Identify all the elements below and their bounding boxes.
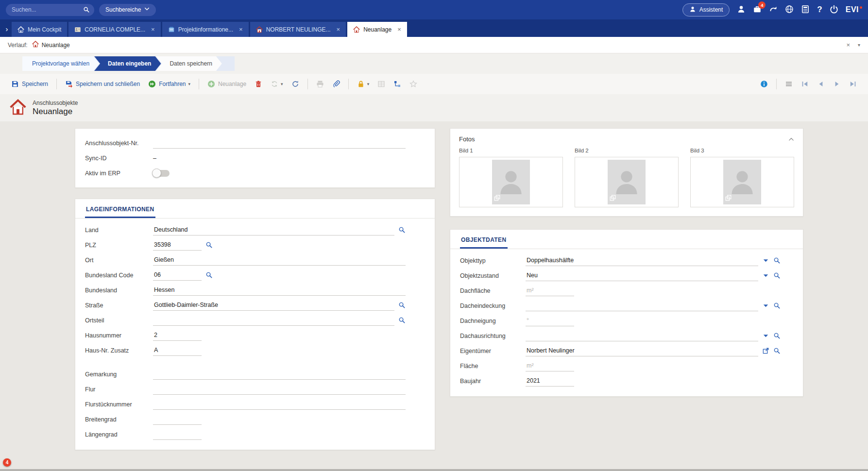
tab-neuanlage[interactable]: Neuanlage× — [347, 22, 407, 37]
sperren-button[interactable]: ▾ — [354, 78, 373, 90]
photo-upload-bild-3[interactable] — [690, 157, 794, 207]
close-panel-icon[interactable]: × — [846, 41, 850, 49]
notification-corner-badge[interactable]: 4 — [3, 458, 11, 467]
input-dachausrichtung[interactable] — [526, 331, 758, 341]
search-icon[interactable] — [773, 302, 781, 309]
power-button[interactable] — [830, 5, 838, 15]
toolbar-separator — [776, 79, 777, 89]
drucken-button[interactable] — [313, 78, 327, 90]
field-label: Baujahr — [460, 378, 526, 385]
change-image-icon[interactable] — [494, 195, 500, 202]
input-bundesland-code[interactable] — [153, 270, 202, 281]
dropdown-icon[interactable] — [762, 272, 769, 279]
search-icon[interactable] — [398, 317, 406, 324]
tabelle-button[interactable] — [374, 78, 389, 90]
input-objektzustand[interactable] — [526, 270, 758, 281]
input-gemarkung[interactable] — [153, 369, 406, 380]
input-baujahr[interactable] — [526, 376, 574, 387]
help-button[interactable]: ? — [817, 5, 822, 15]
dropdown-icon[interactable] — [762, 332, 769, 339]
change-image-icon[interactable] — [725, 195, 732, 202]
input-plz[interactable] — [153, 240, 202, 251]
menue-button[interactable] — [782, 78, 796, 90]
photo-upload-bild-2[interactable] — [575, 157, 679, 207]
input-anschlussobjekt-nr[interactable] — [153, 138, 406, 149]
photo-placeholder — [608, 160, 646, 204]
input-fläche[interactable] — [526, 361, 574, 371]
loeschen-button[interactable] — [251, 78, 266, 90]
input-ort[interactable] — [153, 255, 406, 266]
collapse-fotos-icon[interactable] — [788, 136, 794, 142]
history-item-neuanlage[interactable]: Neuanlage — [32, 41, 70, 49]
tab-mein-cockpit[interactable]: Mein Cockpit — [12, 22, 67, 37]
input-längengrad[interactable] — [153, 429, 202, 440]
expand-tabs-icon[interactable]: › — [2, 25, 12, 37]
input-haus-nr-zusatz[interactable] — [153, 345, 202, 356]
aktualisieren-button[interactable] — [288, 78, 303, 90]
input-straße[interactable] — [153, 300, 394, 311]
input-land[interactable] — [153, 225, 394, 236]
input-eigentümer[interactable] — [526, 346, 758, 356]
letzter-datensatz-button[interactable] — [846, 78, 860, 90]
neuanlage-button[interactable]: Neuanlage — [204, 78, 250, 90]
change-image-icon[interactable] — [610, 195, 616, 202]
info-button[interactable] — [757, 78, 771, 90]
external-icon[interactable] — [762, 347, 769, 354]
synchronisieren-button[interactable]: ▾ — [267, 78, 287, 90]
close-tab-icon[interactable]: × — [151, 26, 155, 33]
tab-projektinformatione[interactable]: Projektinformatione...× — [162, 22, 249, 37]
search-icon[interactable] — [773, 257, 781, 264]
vorheriger-datensatz-button[interactable] — [814, 78, 828, 90]
toggle-aktiv-im-erp[interactable] — [153, 170, 170, 177]
search-icon[interactable] — [773, 272, 781, 279]
search-areas-button[interactable]: Suchbereiche — [99, 4, 156, 16]
input-hausnummer[interactable] — [153, 330, 202, 341]
speichern-und-schliessen-button[interactable]: Speichern und schließen — [62, 78, 143, 90]
input-dachneigung[interactable] — [526, 316, 574, 326]
redo-button[interactable] — [769, 5, 778, 15]
search-icon[interactable] — [773, 347, 781, 354]
input-dacheindeckung[interactable] — [526, 301, 758, 311]
tab-norbert-neulinge[interactable]: NORBERT NEULINGE...× — [250, 22, 346, 37]
naechster-datensatz-button[interactable] — [830, 78, 844, 90]
input-flurstücknummer[interactable] — [153, 399, 406, 410]
anhaenge-button[interactable] — [329, 78, 343, 90]
tab-objektdaten[interactable]: OBJEKTDATEN — [460, 236, 508, 249]
assistant-button[interactable]: Assistent — [682, 3, 730, 17]
wizard-step-projektvorlage-wählen[interactable]: Projektvorlage wählen — [22, 56, 99, 71]
dropdown-icon[interactable] — [762, 257, 769, 264]
dropdown-icon[interactable] — [762, 302, 769, 309]
user-button[interactable] — [737, 5, 746, 15]
close-tab-icon[interactable]: × — [397, 26, 401, 33]
fortfahren-button[interactable]: Fortfahren▾ — [145, 78, 194, 90]
toolbar-separator — [307, 79, 308, 89]
search-icon[interactable] — [398, 226, 406, 234]
wizard-step-daten-eingeben[interactable]: Daten eingeben — [94, 56, 161, 71]
erster-datensatz-button[interactable] — [798, 78, 812, 90]
close-tab-icon[interactable]: × — [239, 26, 243, 33]
input-flur[interactable] — [153, 384, 406, 395]
notifications-button[interactable]: 4 — [753, 5, 762, 15]
search-icon[interactable] — [205, 241, 213, 249]
web-user-button[interactable] — [785, 5, 794, 15]
favorit-button[interactable] — [406, 78, 421, 90]
apps-button[interactable] — [801, 5, 810, 15]
search-input[interactable] — [6, 4, 94, 16]
panel-caret-icon[interactable]: ▾ — [858, 42, 860, 48]
input-bundesland[interactable] — [153, 285, 406, 296]
search-icon[interactable] — [83, 6, 90, 15]
tab-cornelia-comple[interactable]: CORNELIA COMPLE...× — [68, 22, 160, 37]
tab-lageinformationen[interactable]: LAGEINFORMATIONEN — [85, 206, 155, 218]
workflow-button[interactable] — [390, 78, 405, 90]
input-objekttyp[interactable] — [526, 255, 758, 266]
photo-upload-bild-1[interactable] — [459, 157, 563, 207]
search-icon[interactable] — [773, 332, 781, 339]
input-ortsteil[interactable] — [153, 315, 394, 326]
close-tab-icon[interactable]: × — [337, 26, 340, 33]
wizard-step-daten-speichern[interactable]: Daten speichern — [156, 56, 221, 71]
search-icon[interactable] — [205, 271, 213, 279]
input-dachfläche[interactable] — [526, 286, 574, 296]
search-icon[interactable] — [398, 302, 406, 309]
speichern-button[interactable]: Speichern — [8, 78, 51, 90]
input-breitengrad[interactable] — [153, 414, 202, 425]
